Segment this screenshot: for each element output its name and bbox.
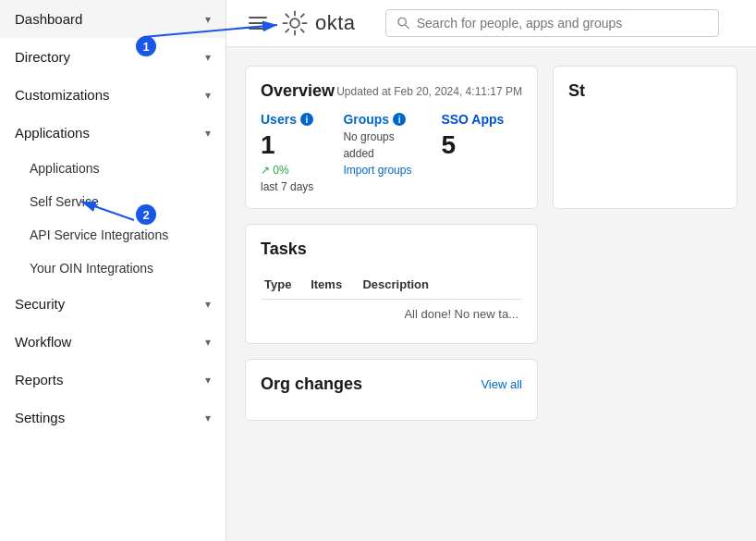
sidebar-sub-item-self-service[interactable]: Self Service bbox=[0, 185, 226, 218]
chevron-down-icon: ▾ bbox=[205, 374, 211, 387]
tasks-col-desc: Description bbox=[359, 270, 522, 300]
users-label: Users i bbox=[261, 112, 313, 127]
tasks-col-type: Type bbox=[261, 270, 307, 300]
overview-title: Overview bbox=[261, 81, 335, 101]
groups-label: Groups i bbox=[343, 112, 411, 127]
svg-point-0 bbox=[290, 18, 299, 28]
users-delta: ↗ 0% bbox=[261, 164, 313, 177]
chevron-up-icon: ▾ bbox=[205, 127, 211, 140]
side-card: St bbox=[553, 66, 738, 209]
users-value: 1 bbox=[261, 130, 313, 160]
sso-apps-stat: SSO Apps 5 bbox=[441, 112, 504, 193]
sidebar-item-workflow[interactable]: Workflow ▾ bbox=[0, 323, 226, 361]
sidebar-item-directory[interactable]: Directory ▾ bbox=[0, 38, 226, 76]
sidebar-item-security[interactable]: Security ▾ bbox=[0, 285, 226, 323]
org-changes-card: Org changes View all bbox=[245, 359, 538, 421]
groups-stat: Groups i No groups added Import groups bbox=[343, 112, 411, 193]
svg-line-8 bbox=[286, 30, 288, 32]
svg-line-7 bbox=[301, 14, 304, 17]
svg-line-6 bbox=[301, 30, 304, 32]
sidebar-item-label: Settings bbox=[15, 410, 65, 425]
chevron-down-icon: ▾ bbox=[205, 336, 211, 349]
search-input[interactable] bbox=[417, 16, 707, 31]
tasks-header: Tasks bbox=[261, 240, 522, 259]
chevron-down-icon: ▾ bbox=[205, 13, 211, 26]
sidebar-item-label: Security bbox=[15, 296, 65, 312]
import-groups-link[interactable]: Import groups bbox=[343, 164, 411, 177]
sidebar-sub-item-oin[interactable]: Your OIN Integrations bbox=[0, 252, 226, 285]
svg-line-5 bbox=[286, 14, 288, 17]
org-changes-title: Org changes bbox=[261, 375, 362, 394]
hamburger-button[interactable] bbox=[245, 13, 271, 33]
sso-apps-value: 5 bbox=[441, 130, 504, 160]
chevron-down-icon: ▾ bbox=[205, 51, 211, 64]
groups-note2: added bbox=[343, 147, 411, 160]
sso-apps-label: SSO Apps bbox=[441, 112, 504, 127]
chevron-down-icon: ▾ bbox=[205, 298, 211, 311]
sidebar-item-customizations[interactable]: Customizations ▾ bbox=[0, 76, 226, 114]
users-note: last 7 days bbox=[261, 180, 313, 193]
main-content: okta Overview Updated at Feb 20, 2024, 4… bbox=[226, 0, 756, 541]
chevron-down-icon: ▾ bbox=[205, 89, 211, 102]
table-row: All done! No new ta... bbox=[261, 300, 522, 329]
overview-stats: Users i 1 ↗ 0% last 7 days Groups i No bbox=[261, 112, 522, 193]
tasks-empty-message: All done! No new ta... bbox=[359, 300, 522, 329]
view-all-link[interactable]: View all bbox=[481, 377, 522, 391]
sidebar: Dashboard ▾ Directory ▾ Customizations ▾… bbox=[0, 0, 226, 541]
overview-header: Overview Updated at Feb 20, 2024, 4:11:1… bbox=[261, 81, 522, 101]
okta-brand-name: okta bbox=[315, 11, 356, 35]
okta-sun-icon bbox=[282, 10, 308, 36]
users-info-icon: i bbox=[300, 113, 313, 126]
search-icon bbox=[397, 17, 409, 30]
sidebar-item-label: Customizations bbox=[15, 87, 110, 103]
sidebar-item-applications[interactable]: Applications ▾ bbox=[0, 114, 226, 152]
tasks-table: Type Items Description All done! No new … bbox=[261, 270, 522, 328]
users-stat: Users i 1 ↗ 0% last 7 days bbox=[261, 112, 313, 193]
okta-logo: okta bbox=[282, 10, 356, 36]
sidebar-item-label: Dashboard bbox=[15, 11, 82, 27]
content-area: Overview Updated at Feb 20, 2024, 4:11:1… bbox=[226, 47, 756, 541]
sidebar-item-label: Reports bbox=[15, 372, 64, 387]
overview-updated: Updated at Feb 20, 2024, 4:11:17 PM bbox=[336, 85, 522, 98]
side-card-title: St bbox=[568, 81, 585, 100]
sidebar-sub-item-applications[interactable]: Applications bbox=[0, 152, 226, 185]
sidebar-item-label: Applications bbox=[15, 125, 90, 141]
tasks-card: Tasks Type Items Description bbox=[245, 224, 538, 344]
sidebar-item-settings[interactable]: Settings ▾ bbox=[0, 399, 226, 436]
org-changes-header: Org changes View all bbox=[261, 375, 522, 394]
header: okta bbox=[226, 0, 756, 47]
groups-info-icon: i bbox=[393, 113, 406, 126]
overview-card: Overview Updated at Feb 20, 2024, 4:11:1… bbox=[245, 66, 538, 209]
sidebar-item-dashboard[interactable]: Dashboard ▾ bbox=[0, 0, 226, 38]
sidebar-item-reports[interactable]: Reports ▾ bbox=[0, 361, 226, 399]
sidebar-item-label: Workflow bbox=[15, 334, 71, 350]
chevron-down-icon: ▾ bbox=[205, 412, 211, 424]
search-bar bbox=[385, 9, 719, 37]
tasks-col-items: Items bbox=[307, 270, 359, 300]
groups-note1: No groups bbox=[343, 130, 411, 143]
sidebar-item-label: Directory bbox=[15, 49, 70, 65]
sidebar-sub-item-api-service[interactable]: API Service Integrations bbox=[0, 218, 226, 252]
svg-line-10 bbox=[405, 25, 408, 29]
tasks-title: Tasks bbox=[261, 240, 307, 259]
